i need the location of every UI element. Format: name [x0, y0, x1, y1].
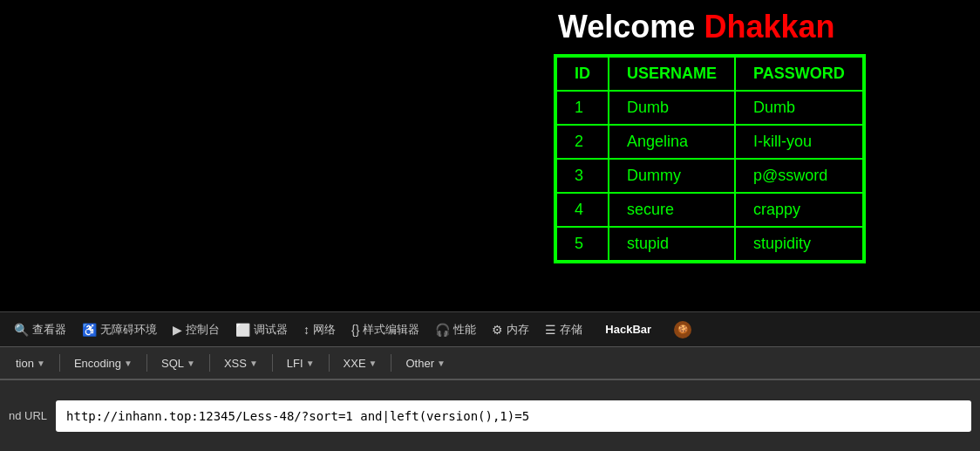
- table-cell-col1: Angelina: [609, 125, 735, 159]
- devtools-item-style-editor[interactable]: {} 样式编辑器: [344, 318, 426, 341]
- sql-label: SQL: [161, 357, 184, 370]
- table-row: 5stupidstupidity: [556, 227, 863, 261]
- inspector-icon: 🔍: [14, 323, 29, 337]
- welcome-section: Welcome Dhakkan: [558, 9, 834, 45]
- hackbar-toolbar: tion ▼ Encoding ▼ SQL ▼ XSS ▼ LFI ▼ XXE …: [0, 346, 980, 379]
- memory-label: 内存: [507, 322, 529, 338]
- table-cell-col1: Dummy: [609, 159, 735, 193]
- network-label: 网络: [313, 322, 336, 338]
- col-header-username: USERNAME: [609, 57, 735, 91]
- console-icon: ▶: [173, 323, 182, 337]
- lfi-label: LFI: [287, 357, 303, 370]
- welcome-text: Welcome: [558, 9, 695, 45]
- memory-icon: ⚙: [492, 323, 503, 337]
- separator-6: [391, 354, 391, 372]
- devtools-item-network[interactable]: ↕ 网络: [296, 318, 343, 341]
- table-cell-col0: 4: [556, 193, 609, 227]
- toolbar-btn-other[interactable]: Other ▼: [397, 353, 453, 373]
- cookie-icon: 🍪: [674, 321, 691, 338]
- devtools-item-memory[interactable]: ⚙ 内存: [485, 318, 536, 341]
- devtools-item-hackbar[interactable]: HackBar: [591, 316, 665, 343]
- style-editor-icon: {}: [351, 323, 359, 337]
- devtools-bar: 🔍 查看器 ♿ 无障碍环境 ▶ 控制台 ⬜ 调试器 ↕ 网络 {} 样式编辑器 …: [0, 311, 980, 346]
- table-cell-col0: 5: [556, 227, 609, 261]
- table-cell-col2: stupidity: [735, 227, 863, 261]
- xxe-label: XXE: [344, 357, 366, 370]
- devtools-item-console[interactable]: ▶ 控制台: [166, 318, 227, 341]
- separator-3: [209, 354, 210, 372]
- separator-1: [59, 354, 60, 372]
- hackbar-label: HackBar: [598, 319, 658, 339]
- accessibility-icon: ♿: [82, 323, 97, 337]
- other-dropdown-arrow: ▼: [437, 359, 446, 368]
- table-row: 2AngelinaI-kill-you: [556, 125, 863, 159]
- dhakkan-text: Dhakkan: [704, 9, 834, 45]
- table-cell-col1: stupid: [609, 227, 735, 261]
- devtools-item-debugger[interactable]: ⬜ 调试器: [228, 318, 295, 341]
- url-input[interactable]: [56, 400, 971, 432]
- load-dropdown-arrow: ▼: [37, 359, 45, 368]
- table-row: 4securecrappy: [556, 193, 863, 227]
- sql-dropdown-arrow: ▼: [187, 359, 195, 368]
- console-label: 控制台: [186, 322, 220, 338]
- debugger-label: 调试器: [254, 322, 288, 338]
- devtools-item-inspector[interactable]: 🔍 查看器: [7, 318, 73, 341]
- network-icon: ↕: [303, 323, 310, 337]
- table-cell-col1: Dumb: [609, 91, 735, 125]
- table-cell-col0: 3: [556, 159, 609, 193]
- toolbar-btn-sql[interactable]: SQL ▼: [153, 353, 204, 373]
- debugger-icon: ⬜: [235, 323, 250, 337]
- table-row: 1DumbDumb: [556, 91, 863, 125]
- table-cell-col1: secure: [609, 193, 735, 227]
- table-row: 3Dummyp@ssword: [556, 159, 863, 193]
- url-area: nd URL: [0, 379, 980, 451]
- devtools-item-accessibility[interactable]: ♿ 无障碍环境: [75, 318, 164, 341]
- devtools-item-cookie[interactable]: 🍪: [667, 318, 698, 342]
- col-header-id: ID: [556, 57, 609, 91]
- data-table-container: ID USERNAME PASSWORD 1DumbDumb2AngelinaI…: [554, 54, 866, 263]
- xxe-dropdown-arrow: ▼: [369, 359, 378, 368]
- table-cell-col0: 1: [556, 91, 609, 125]
- devtools-item-storage[interactable]: ☰ 存储: [538, 318, 589, 341]
- table-cell-col2: I-kill-you: [735, 125, 863, 159]
- inspector-label: 查看器: [32, 322, 66, 338]
- style-editor-label: 样式编辑器: [363, 322, 419, 338]
- xss-label: XSS: [224, 357, 247, 370]
- storage-icon: ☰: [545, 323, 556, 337]
- toolbar-btn-xss[interactable]: XSS ▼: [215, 353, 267, 373]
- col-header-password: PASSWORD: [735, 57, 863, 91]
- toolbar-btn-load[interactable]: tion ▼: [7, 353, 54, 373]
- table-cell-col2: crappy: [735, 193, 863, 227]
- devtools-item-performance[interactable]: 🎧 性能: [428, 318, 483, 341]
- other-label: Other: [405, 357, 434, 370]
- data-table: ID USERNAME PASSWORD 1DumbDumb2AngelinaI…: [555, 56, 864, 262]
- load-label: tion: [16, 357, 34, 370]
- storage-label: 存储: [560, 322, 582, 338]
- encoding-label: Encoding: [74, 357, 121, 370]
- table-cell-col2: p@ssword: [735, 159, 863, 193]
- performance-icon: 🎧: [435, 323, 450, 337]
- encoding-dropdown-arrow: ▼: [124, 359, 133, 368]
- performance-label: 性能: [453, 322, 476, 338]
- table-cell-col2: Dumb: [735, 91, 863, 125]
- accessibility-label: 无障碍环境: [100, 322, 157, 338]
- xss-dropdown-arrow: ▼: [249, 359, 258, 368]
- toolbar-btn-lfi[interactable]: LFI ▼: [278, 353, 323, 373]
- separator-5: [329, 354, 330, 372]
- toolbar-btn-xxe[interactable]: XXE ▼: [335, 353, 386, 373]
- separator-2: [146, 354, 147, 372]
- lfi-dropdown-arrow: ▼: [306, 359, 315, 368]
- table-cell-col0: 2: [556, 125, 609, 159]
- separator-4: [272, 354, 273, 372]
- url-label: nd URL: [9, 409, 47, 422]
- toolbar-btn-encoding[interactable]: Encoding ▼: [65, 353, 141, 373]
